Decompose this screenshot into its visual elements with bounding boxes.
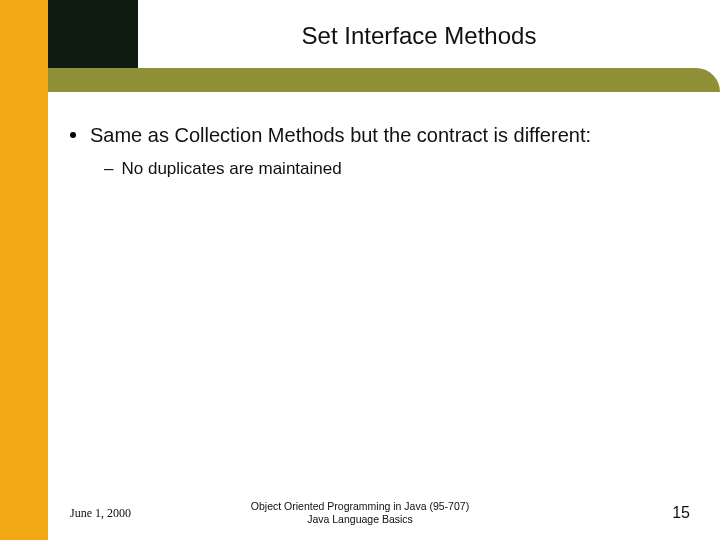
bullet-item: Same as Collection Methods but the contr… xyxy=(70,122,690,148)
footer-course: Object Oriented Programming in Java (95-… xyxy=(200,500,520,513)
footer-center: Object Oriented Programming in Java (95-… xyxy=(200,500,520,526)
header-olive-bar xyxy=(48,68,720,92)
bullet-text: Same as Collection Methods but the contr… xyxy=(90,122,591,148)
footer-page-number: 15 xyxy=(672,504,690,522)
accent-stripe xyxy=(0,0,48,540)
bullet-icon xyxy=(70,132,76,138)
slide-title: Set Interface Methods xyxy=(138,22,700,50)
footer-date: June 1, 2000 xyxy=(70,506,131,521)
header-dark-block xyxy=(48,0,138,68)
sub-bullet-text: No duplicates are maintained xyxy=(121,158,341,180)
footer-subtitle: Java Language Basics xyxy=(200,513,520,526)
sub-bullet-item: – No duplicates are maintained xyxy=(104,158,690,180)
dash-icon: – xyxy=(104,158,113,180)
slide-content: Same as Collection Methods but the contr… xyxy=(70,122,690,180)
